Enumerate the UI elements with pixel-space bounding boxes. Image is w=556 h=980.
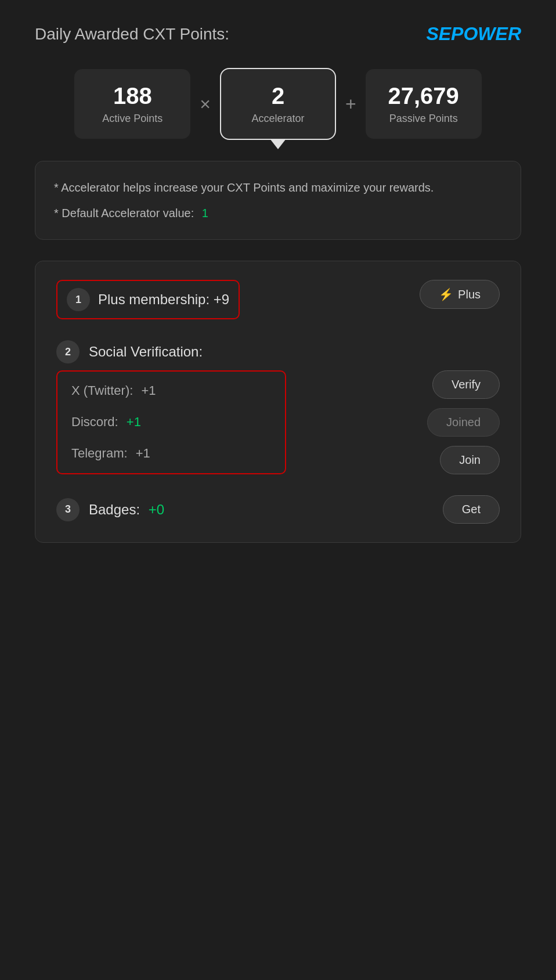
- accelerator-card: 2 Accelerator: [220, 68, 336, 140]
- accelerator-label: Accelerator: [242, 113, 314, 125]
- badges-section: 3 Badges: +0 Get: [56, 495, 500, 524]
- active-points-card: 188 Active Points: [74, 69, 190, 139]
- badges-left: 3 Badges: +0: [56, 498, 164, 521]
- operator-plus: +: [345, 93, 356, 115]
- operator-multiply: ×: [200, 93, 211, 115]
- membership-highlighted: 1 Plus membership: +9: [56, 280, 240, 319]
- social-item-twitter: X (Twitter): +1: [71, 383, 271, 398]
- social-body: X (Twitter): +1 Discord: +1 Telegram: +1…: [56, 370, 500, 474]
- discord-label: Discord:: [71, 415, 118, 429]
- info-box: * Accelerator helps increase your CXT Po…: [35, 161, 521, 240]
- plus-button[interactable]: ⚡ Plus: [420, 280, 500, 309]
- social-label: Social Verification:: [89, 344, 203, 360]
- badges-number: 3: [56, 498, 80, 521]
- verify-button[interactable]: Verify: [432, 370, 500, 399]
- info-line1: * Accelerator helps increase your CXT Po…: [54, 178, 502, 197]
- header: Daily Awarded CXT Points: SEPOWER: [35, 23, 521, 45]
- info-line2: * Default Accelerator value: 1: [54, 203, 502, 223]
- twitter-label: X (Twitter):: [71, 383, 133, 398]
- social-header: 2 Social Verification:: [56, 340, 500, 363]
- brand-logo: SEPOWER: [426, 23, 521, 45]
- social-item-telegram: Telegram: +1: [71, 446, 271, 461]
- social-number: 2: [56, 340, 80, 363]
- social-section: 2 Social Verification: X (Twitter): +1 D…: [56, 340, 500, 474]
- membership-section: 1 Plus membership: +9 ⚡ Plus: [56, 280, 500, 319]
- lightning-icon: ⚡: [439, 287, 453, 301]
- social-item-discord: Discord: +1: [71, 415, 271, 430]
- discord-value: +1: [127, 415, 141, 429]
- header-title: Daily Awarded CXT Points:: [35, 25, 229, 44]
- get-button[interactable]: Get: [443, 495, 500, 524]
- passive-points-value: 27,679: [387, 83, 461, 109]
- telegram-label: Telegram:: [71, 446, 128, 460]
- info-default-value: 1: [202, 207, 208, 219]
- accelerator-value: 2: [242, 83, 314, 109]
- twitter-value: +1: [141, 383, 156, 398]
- passive-points-card: 27,679 Passive Points: [366, 69, 482, 139]
- plus-button-label: Plus: [458, 288, 481, 301]
- telegram-value: +1: [136, 446, 150, 460]
- passive-points-label: Passive Points: [387, 113, 461, 125]
- join-button[interactable]: Join: [440, 446, 500, 474]
- social-items-box: X (Twitter): +1 Discord: +1 Telegram: +1: [56, 370, 286, 474]
- badges-label: Badges: +0: [89, 502, 164, 518]
- membership-number: 1: [67, 288, 90, 311]
- points-row: 188 Active Points × 2 Accelerator + 27,6…: [35, 68, 521, 140]
- membership-label: Plus membership: +9: [98, 291, 229, 308]
- badges-value: +0: [149, 502, 164, 517]
- social-buttons: Verify Joined Join: [300, 370, 500, 474]
- active-points-value: 188: [95, 83, 169, 109]
- active-points-label: Active Points: [95, 113, 169, 125]
- joined-button[interactable]: Joined: [427, 408, 500, 437]
- main-panel: 1 Plus membership: +9 ⚡ Plus 2 Social Ve…: [35, 261, 521, 543]
